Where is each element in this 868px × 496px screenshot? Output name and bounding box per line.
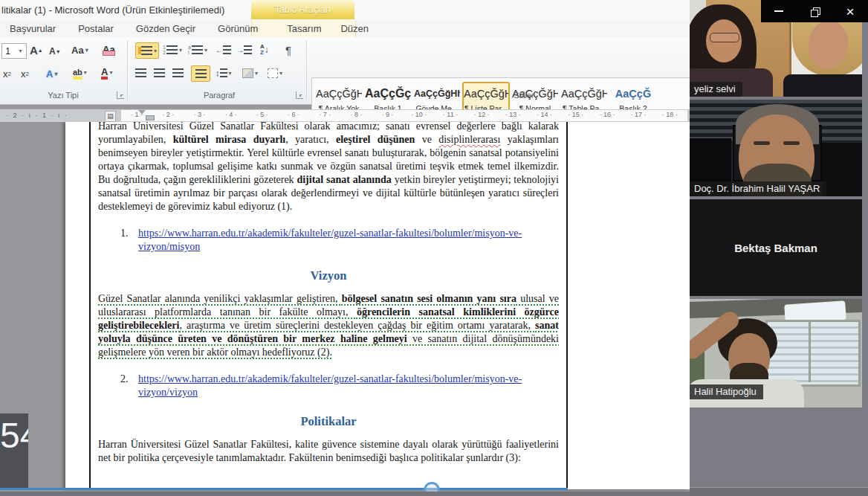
ruler-tick-18: · 18 · <box>654 111 685 118</box>
close-button[interactable]: × <box>832 0 868 22</box>
ribbon-tab-başvurular[interactable]: Başvurular <box>10 23 56 34</box>
list-number: 1. <box>120 227 138 254</box>
ruler-tick-13: · 13 · <box>497 111 528 118</box>
document-list-item[interactable]: 2.https://www.harran.edu.tr/akademik/fak… <box>120 373 559 399</box>
bold-text-run: bölgesel sanatın sesi olmanın yanı sıra <box>342 293 516 304</box>
shrink-font-icon[interactable]: A▼ <box>49 44 61 59</box>
minimize-button[interactable] <box>761 0 797 22</box>
text-run: Güzel Sanatlar alanında yenilikçi yaklaş… <box>98 293 342 304</box>
ribbon-tab-görünüm[interactable]: Görünüm <box>218 23 258 34</box>
video-scene-shape <box>754 141 770 145</box>
participant-name-label: Doç. Dr. İbrahim Halil YAŞAR <box>690 181 826 196</box>
document-list-item[interactable]: 1.https://www.harran.edu.tr/akademik/fak… <box>120 227 559 254</box>
participant-video-halil-hatipoglu[interactable]: Halil Hatipoğlu <box>690 299 862 408</box>
video-scene-shape <box>710 33 739 42</box>
align-right-icon[interactable] <box>172 65 184 80</box>
document-paragraph[interactable]: Harran Üniversitesi Güzel Sanatlar Fakül… <box>98 122 559 213</box>
ruler-tick-17: · 17 · <box>623 111 654 118</box>
ribbon-tab-düzen[interactable]: Düzen <box>340 23 369 34</box>
ribbon: 1 ▾ A▲ A▼ Aa▾ Aa x2 x2 A▾ ab▾ A▾ Yazı Ti… <box>0 37 690 105</box>
strip-bottom-dark <box>690 488 868 496</box>
ribbon-tabs: BaşvurularPostalarGözden GeçirGörünümTas… <box>0 20 369 37</box>
style-sample: AaÇçĞğHh <box>414 86 460 102</box>
text-effects-icon[interactable]: A▾ <box>46 66 57 81</box>
table-tools-context-header[interactable]: Tablo Araçları <box>251 0 354 19</box>
borders-icon[interactable]: ▾ <box>268 65 282 80</box>
ribbon-tab-postalar[interactable]: Postalar <box>78 23 114 34</box>
clear-formatting-icon[interactable]: Aa <box>103 42 115 57</box>
align-left-icon[interactable] <box>135 65 146 80</box>
document-hyperlink[interactable]: https://www.harran.edu.tr/akademik/fakul… <box>138 227 559 254</box>
style-sample: AaÇçĞ <box>610 86 656 102</box>
font-size-combobox[interactable]: 1 ▾ <box>1 43 27 59</box>
window-title: litikalar (1) - Microsoft Word (Ürün Etk… <box>1 4 224 16</box>
ribbon-tab-gözden-geçir[interactable]: Gözden Geçir <box>136 23 195 34</box>
font-dialog-launcher-icon[interactable] <box>117 91 124 99</box>
list-number: 2. <box>120 373 138 399</box>
table-cell-text[interactable]: Harran Üniversitesi Güzel Sanatlar Fakül… <box>89 122 568 489</box>
increase-indent-icon[interactable]: → <box>236 42 252 57</box>
video-participants-strip: yeliz selvi Doç. Dr. İbrahim Halil YAŞAR… <box>690 0 868 496</box>
highlight-color-icon[interactable]: ab▾ <box>73 65 87 80</box>
ruler-tick-8: · 8 · <box>340 111 372 118</box>
document-hyperlink[interactable]: https://www.harran.edu.tr/akademik/fakul… <box>138 373 559 399</box>
shading-icon[interactable]: ▾ <box>242 65 258 80</box>
bottom-strip <box>0 492 690 496</box>
document-page[interactable]: Harran Üniversitesi Güzel Sanatlar Fakül… <box>65 122 690 489</box>
document-area: Harran Üniversitesi Güzel Sanatlar Fakül… <box>0 122 690 496</box>
sort-icon[interactable]: AZ↓ <box>260 42 269 57</box>
change-case-icon[interactable]: Aa▾ <box>71 42 88 57</box>
ribbon-tab-tasarım[interactable]: Tasarım <box>287 23 321 34</box>
bold-text-run: eleştirel düşünen <box>336 134 415 145</box>
participant-name-centered: Bektaş Bakman <box>734 242 817 254</box>
ruler-tick-3: · 3 · <box>184 111 215 118</box>
align-center-icon[interactable] <box>154 65 165 80</box>
font-group-label: Yazı Tipi <box>30 91 97 100</box>
numbering-icon[interactable]: 12▾ <box>162 42 183 57</box>
ruler-tick-16: · 16 · <box>592 111 623 118</box>
text-run: , araştırma ve üretim süreçlerini destek… <box>179 320 535 331</box>
bold-text-run: kültürel mirasa duyarlı <box>173 134 285 145</box>
restore-button[interactable] <box>797 0 832 22</box>
video-scene-shape <box>822 143 862 196</box>
first-line-indent-marker[interactable] <box>138 110 146 115</box>
ribbon-tab-row: BaşvurularPostalarGözden GeçirGörünümTas… <box>0 20 690 37</box>
ruler-tick-12: · 12 · <box>466 111 497 118</box>
show-paragraph-marks-icon[interactable]: ¶ <box>285 42 291 57</box>
grow-font-icon[interactable]: A▲ <box>30 42 43 57</box>
participant-video-ibrahim-halil-yasar[interactable]: Doç. Dr. İbrahim Halil YAŞAR <box>690 100 862 196</box>
ruler-numbers: · 1 ·· 2 ·· 3 ·· 4 ·· 5 ·· 6 ·· 7 ·· 8 ·… <box>121 111 685 118</box>
window-controls: × <box>761 0 868 22</box>
screen-share-border <box>0 488 568 490</box>
ruler-tick-2: · 2 · <box>152 111 184 118</box>
hanging-indent-marker[interactable] <box>146 115 155 120</box>
decrease-indent-icon[interactable]: ← <box>216 42 231 57</box>
styles-group-label: Stiller <box>483 91 565 100</box>
participant-video-bektas-bakman[interactable]: Bektaş Bakman <box>690 199 862 296</box>
ruler-tick-15: · 15 · <box>560 111 592 118</box>
document-heading[interactable]: Vizyon <box>98 268 559 283</box>
line-spacing-icon[interactable]: ↕▾ <box>216 65 232 80</box>
ruler-tick-10: · 10 · <box>404 111 435 118</box>
font-color-icon[interactable]: A▾ <box>101 65 112 80</box>
ruler-tick-5: · 5 · <box>247 111 278 118</box>
screen: litikalar (1) - Microsoft Word (Ürün Etk… <box>0 0 868 496</box>
superscript-icon[interactable]: x2 <box>21 66 29 81</box>
ruler-tick-9: · 9 · <box>372 111 404 118</box>
ruler-tick-14: · 14 · <box>528 111 560 118</box>
subscript-icon[interactable]: x2 <box>3 66 11 81</box>
multilevel-list-icon[interactable]: ai▾ <box>187 42 208 57</box>
tab-selector-icon[interactable]: ▤ <box>105 111 116 122</box>
justify-icon[interactable] <box>191 65 210 82</box>
document-paragraph[interactable]: Güzel Sanatlar alanında yenilikçi yaklaş… <box>98 292 559 359</box>
document-paragraph[interactable]: Harran Üniversitesi Güzel Sanatlar Fakül… <box>98 438 559 465</box>
paragraph-dialog-launcher-icon[interactable] <box>296 91 303 99</box>
ruler-tick-4: · 4 · <box>216 111 247 118</box>
document-heading[interactable]: Politikalar <box>98 414 559 429</box>
page-number-badge: 54 <box>0 413 28 489</box>
bullets-icon[interactable]: ▾ <box>135 42 159 59</box>
video-scene-shape <box>765 320 861 387</box>
participant-name-label: Halil Hatipoğlu <box>690 384 763 399</box>
style-sample: AaÇçĞğH <box>561 86 607 102</box>
style-sample: AaÇçĞç <box>365 86 411 102</box>
